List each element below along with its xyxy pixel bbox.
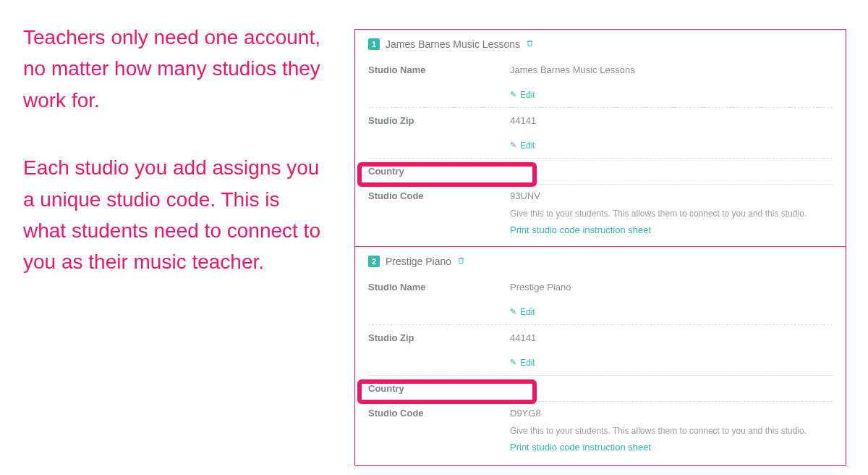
pencil-icon: ✎ (510, 90, 516, 99)
studio-code-row: Studio Code 93UNV (368, 185, 833, 207)
edit-studio-zip-link[interactable]: ✎ Edit (510, 358, 535, 368)
edit-studio-name-link[interactable]: ✎ Edit (510, 307, 535, 317)
trash-icon[interactable] (457, 256, 465, 267)
field-value-studio-code: 93UNV (510, 190, 833, 201)
studio-zip-row: Studio Zip 44141 (368, 325, 833, 350)
edit-text: Edit (520, 358, 535, 368)
field-value-studio-code: D9YG8 (510, 408, 833, 419)
field-label-studio-name: Studio Name (368, 64, 510, 75)
field-label-studio-code: Studio Code (368, 408, 510, 419)
edit-studio-name-link[interactable]: ✎ Edit (510, 90, 535, 100)
studio-name-row: Studio Name James Barnes Music Lessons (368, 57, 833, 83)
field-value-studio-zip: 44141 (510, 332, 833, 343)
field-label-country: Country (368, 159, 833, 185)
studio-card: 1 James Barnes Music Lessons Studio Name… (354, 29, 846, 248)
pencil-icon: ✎ (510, 307, 516, 316)
studio-number-badge: 1 (368, 38, 380, 50)
paragraph-1: Teachers only need one account, no matte… (23, 22, 327, 116)
studio-card: 2 Prestige Piano Studio Name Prestige Pi… (354, 246, 846, 466)
field-value-studio-name: James Barnes Music Lessons (510, 64, 833, 75)
paragraph-2: Each studio you add assigns you a unique… (23, 152, 327, 278)
studio-number-badge: 2 (368, 256, 380, 267)
studio-code-hint: Give this to your students. This allows … (368, 424, 833, 455)
field-label-studio-zip: Studio Zip (368, 332, 510, 343)
explanatory-text: Teachers only need one account, no matte… (23, 22, 327, 314)
studio-title: Prestige Piano (386, 256, 451, 267)
pencil-icon: ✎ (510, 358, 516, 367)
print-instruction-link[interactable]: Print studio code instruction sheet (510, 440, 833, 455)
print-instruction-link[interactable]: Print studio code instruction sheet (510, 223, 833, 238)
pencil-icon: ✎ (510, 140, 516, 150)
studio-code-hint: Give this to your students. This allows … (368, 207, 833, 238)
studio-code-row: Studio Code D9YG8 (368, 402, 833, 424)
field-value-studio-zip: 44141 (510, 115, 833, 126)
field-label-studio-name: Studio Name (368, 282, 510, 293)
studio-name-row: Studio Name Prestige Piano (368, 274, 833, 300)
studio-card-header: 2 Prestige Piano (368, 256, 833, 267)
edit-text: Edit (520, 90, 535, 100)
trash-icon[interactable] (526, 39, 534, 50)
studio-card-header: 1 James Barnes Music Lessons (368, 38, 833, 50)
edit-text: Edit (520, 307, 535, 317)
field-label-studio-zip: Studio Zip (368, 115, 510, 126)
edit-studio-zip-link[interactable]: ✎ Edit (510, 140, 535, 151)
studio-zip-row: Studio Zip 44141 (368, 108, 833, 133)
studio-title: James Barnes Music Lessons (386, 38, 520, 50)
field-value-studio-name: Prestige Piano (510, 282, 833, 293)
field-label-country: Country (368, 376, 833, 402)
edit-text: Edit (520, 140, 535, 151)
field-label-studio-code: Studio Code (368, 190, 510, 201)
